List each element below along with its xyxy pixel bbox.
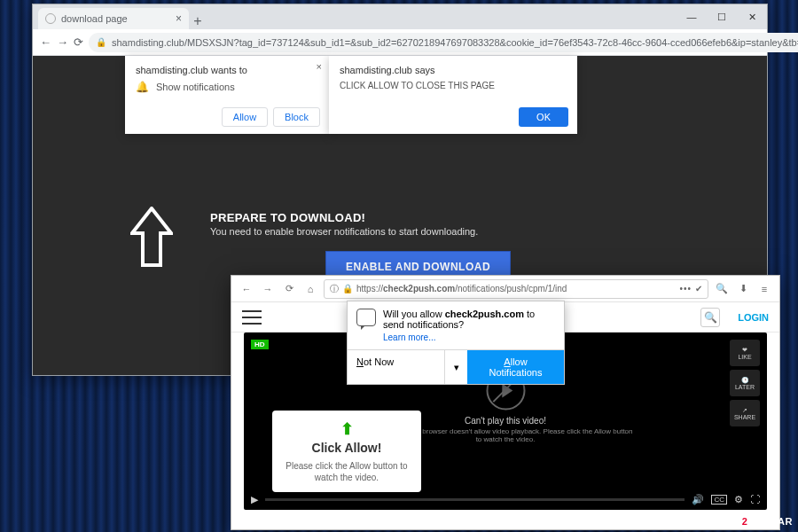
browser-tab[interactable]: download page × (38, 8, 189, 29)
js-alert-dialog: shamdisting.club says CLICK ALLOW TO CLO… (329, 56, 577, 134)
url-input[interactable]: 🔒 shamdisting.club/MDSXSJN?tag_id=737124… (89, 33, 798, 52)
close-button[interactable]: ✕ (737, 4, 767, 29)
ff-search-icon[interactable]: 🔍 (714, 283, 730, 294)
maximize-button[interactable]: ☐ (707, 4, 737, 29)
hd-badge: HD (251, 340, 269, 349)
new-tab-button[interactable]: + (189, 13, 207, 29)
tab-title: download page (61, 13, 128, 24)
callout-heading: Click Allow! (283, 441, 411, 455)
video-side-actions: ❤LIKE 🕒LATER ↗SHARE (730, 340, 760, 426)
tab-close-icon[interactable]: × (176, 12, 182, 25)
alert-origin: shamdisting.club says (340, 65, 567, 75)
bell-icon: 🔔 (136, 81, 149, 93)
ff-reload-button[interactable]: ⟳ (281, 283, 297, 294)
ff-notification-popup: Will you allow check2push.com to send no… (347, 301, 565, 385)
later-button[interactable]: 🕒LATER (730, 370, 760, 396)
ff-library-icon[interactable]: ≡ (756, 284, 772, 294)
not-now-button[interactable]: Not Now (348, 350, 444, 384)
lock-icon: 🔒 (96, 37, 106, 47)
ff-notif-question: Will you allow check2push.com to send no… (383, 309, 555, 330)
allow-notifications-button[interactable]: Allow Notifications (467, 350, 564, 384)
ff-lock-icon: 🔒 (342, 284, 353, 293)
green-arrow-icon: ⬆ (283, 419, 411, 439)
window-controls: — ☐ ✕ (677, 4, 767, 29)
reload-button[interactable]: ⟳ (74, 35, 83, 51)
prompt-heading: PREPARE TO DOWNLOAD! (210, 211, 478, 224)
not-now-dropdown[interactable]: ▾ (444, 350, 467, 384)
forward-button[interactable]: → (57, 35, 68, 51)
popup-origin: shamdisting.club wants to (136, 65, 318, 75)
reader-icon[interactable]: ✔ (695, 284, 702, 293)
ff-back-button[interactable]: ← (239, 284, 254, 294)
volume-icon[interactable]: 🔊 (692, 494, 704, 505)
allow-button[interactable]: Allow (222, 107, 268, 127)
alert-message: CLICK ALLOW TO CLOSE THIS PAGE (340, 81, 567, 90)
url-text: shamdisting.club/MDSXSJN?tag_id=737124&s… (112, 37, 798, 48)
ff-address-bar: ← → ⟳ ⌂ ⓘ 🔒 https://check2push.com/notif… (231, 276, 779, 302)
titlebar: download page × + — ☐ ✕ (33, 4, 767, 29)
share-button[interactable]: ↗SHARE (730, 400, 760, 426)
back-button[interactable]: ← (40, 35, 51, 51)
popup-close-icon[interactable]: × (317, 61, 322, 72)
site-search-icon[interactable]: 🔍 (700, 308, 720, 327)
learn-more-link[interactable]: Learn more... (383, 332, 555, 342)
firefox-window: ← → ⟳ ⌂ ⓘ 🔒 https://check2push.com/notif… (231, 275, 780, 530)
watermark: 2SPYWAR (742, 516, 793, 527)
info-icon[interactable]: ⓘ (330, 283, 339, 295)
ff-url-input[interactable]: ⓘ 🔒 https://check2push.com/notifications… (324, 279, 708, 299)
callout-text: Please click the Allow button to watch t… (283, 460, 411, 483)
notification-permission-popup: × shamdisting.club wants to 🔔 Show notif… (125, 56, 329, 134)
download-prompt: PREPARE TO DOWNLOAD! You need to enable … (210, 211, 478, 237)
ff-url-text: https://check2push.com/notifications/pus… (356, 284, 567, 293)
minimize-button[interactable]: — (677, 4, 707, 29)
fullscreen-icon[interactable]: ⛶ (750, 494, 760, 505)
ff-download-icon[interactable]: ⬇ (735, 283, 751, 294)
login-link[interactable]: LOGIN (738, 312, 769, 323)
arrow-up-icon (130, 207, 173, 269)
like-button[interactable]: ❤LIKE (730, 340, 760, 366)
play-icon[interactable]: ▶ (251, 494, 258, 505)
tracking-icon[interactable]: ••• (679, 284, 692, 293)
ff-forward-button[interactable]: → (260, 284, 276, 294)
progress-bar[interactable] (265, 498, 685, 501)
prompt-text: You need to enable browser notifications… (210, 226, 478, 237)
address-bar: ← → ⟳ 🔒 shamdisting.club/MDSXSJN?tag_id=… (33, 29, 767, 56)
settings-icon[interactable]: ⚙ (734, 494, 743, 505)
ff-home-button[interactable]: ⌂ (302, 284, 318, 294)
hamburger-menu[interactable] (242, 310, 262, 325)
block-button[interactable]: Block (273, 107, 320, 127)
cc-icon[interactable]: CC (711, 495, 727, 505)
speech-bubble-icon (356, 309, 376, 326)
favicon-icon (45, 13, 56, 24)
alert-ok-button[interactable]: OK (519, 107, 568, 127)
popup-permission-text: Show notifications (156, 82, 235, 92)
click-allow-callout: ⬆ Click Allow! Please click the Allow bu… (272, 411, 421, 492)
